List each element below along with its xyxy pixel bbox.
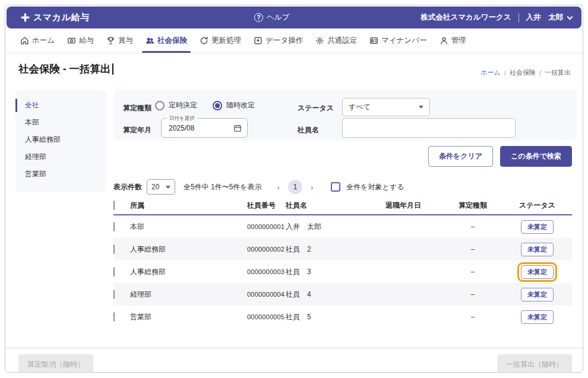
nav-item-bonus[interactable]: 賞与 bbox=[105, 28, 135, 53]
nav-label: 社会保険 bbox=[157, 36, 187, 46]
download-box-icon bbox=[254, 36, 263, 45]
cell-name: 社員 2 bbox=[286, 244, 385, 255]
cell-department: 経理部 bbox=[130, 290, 247, 300]
cell-name: 社員 4 bbox=[286, 290, 385, 300]
breadcrumb-home-link[interactable]: ホーム bbox=[480, 68, 501, 77]
cancel-calculation-button[interactable]: 算定取消（随時） bbox=[18, 354, 93, 373]
list-controls: 表示件数 20 全5件中 1件〜5件を表示 ‹ 1 › 全件を対象とする bbox=[113, 179, 404, 195]
help-icon bbox=[254, 13, 263, 22]
nav-item-social-insurance[interactable]: 社会保険 bbox=[144, 28, 189, 53]
row-checkbox[interactable] bbox=[113, 222, 115, 231]
app-logo[interactable]: スマカル給与 bbox=[21, 12, 89, 23]
nav-item-payroll[interactable]: 給与 bbox=[65, 28, 96, 53]
page-size-label: 表示件数 bbox=[113, 182, 142, 192]
select-all-checkbox[interactable] bbox=[331, 182, 340, 192]
cell-employee-no: 0000000003 bbox=[247, 268, 286, 275]
caret-down-icon bbox=[166, 186, 170, 189]
status-label: ステータス bbox=[298, 103, 334, 113]
breadcrumb: ホーム / 社会保険 / 一括算出 bbox=[480, 68, 571, 77]
page-size-select[interactable]: 20 bbox=[147, 179, 175, 195]
employee-name-input[interactable] bbox=[342, 118, 516, 138]
row-checkbox[interactable] bbox=[113, 312, 115, 322]
radio-regular-determination[interactable]: 定時決定 bbox=[155, 100, 197, 110]
cell-calc-type: – bbox=[443, 268, 502, 276]
logo-text: スマカル給与 bbox=[33, 12, 89, 23]
status-badge[interactable]: 未算定 bbox=[521, 243, 554, 256]
row-checkbox[interactable] bbox=[113, 267, 115, 277]
breadcrumb-current: 一括算出 bbox=[545, 68, 571, 77]
employee-name-label: 社員名 bbox=[298, 125, 319, 135]
breadcrumb-separator: / bbox=[539, 69, 541, 77]
topbar-right: 株式会社スマカルワークス 入井 太郎 bbox=[421, 12, 572, 23]
result-summary: 全5件中 1件〜5件を表示 bbox=[184, 182, 262, 192]
calc-month-date-field[interactable]: 日付を選択 2025/08 bbox=[161, 118, 248, 138]
app-window: スマカル給与 ヘルプ 株式会社スマカルワークス 入井 太郎 ホーム 給与 賞与 bbox=[5, 5, 583, 373]
table-row: 営業部 0000000005 社員 5 – 未算定 bbox=[113, 306, 572, 328]
calc-type-label: 算定種類 bbox=[123, 103, 151, 113]
table-row: 人事総務部 0000000002 社員 2 – 未算定 bbox=[113, 238, 572, 261]
page-number-1[interactable]: 1 bbox=[288, 180, 302, 194]
nav-item-settings[interactable]: 共通設定 bbox=[314, 28, 359, 53]
filter-actions: 条件をクリア この条件で検索 bbox=[428, 146, 572, 167]
nav-item-update[interactable]: 更新処理 bbox=[198, 28, 243, 53]
table-row: 本部 0000000001 入井 太郎 – 未算定 bbox=[113, 215, 572, 238]
cell-employee-no: 0000000004 bbox=[247, 291, 286, 298]
breadcrumb-section: 社会保険 bbox=[510, 68, 536, 77]
clear-conditions-button[interactable]: 条件をクリア bbox=[428, 146, 493, 167]
status-badge-highlighted[interactable]: 未算定 bbox=[521, 265, 554, 279]
user-menu[interactable]: 入井 太郎 bbox=[526, 12, 573, 23]
row-checkbox[interactable] bbox=[113, 290, 115, 299]
table-row-highlighted: 人事総務部 0000000003 社員 3 – 未算定 bbox=[113, 261, 572, 283]
status-badge[interactable]: 未算定 bbox=[521, 220, 554, 234]
highlight-ring: 未算定 bbox=[517, 262, 557, 282]
department-sidebar: 全社 本部 人事総務部 経理部 営業部 bbox=[15, 90, 106, 192]
date-field-floating-label: 日付を選択 bbox=[167, 115, 197, 122]
nav-label: 管理 bbox=[451, 36, 466, 46]
id-card-icon bbox=[369, 36, 378, 45]
col-header-calc-type: 算定種類 bbox=[443, 201, 502, 211]
sidebar-item-headquarters[interactable]: 本部 bbox=[15, 114, 106, 131]
sidebar-item-hr[interactable]: 人事総務部 bbox=[15, 131, 106, 148]
nav-item-mynumber[interactable]: マイナンバー bbox=[368, 28, 428, 53]
radio-occasional-revision[interactable]: 随時改定 bbox=[213, 100, 255, 110]
radio-label: 定時決定 bbox=[169, 100, 197, 110]
sidebar-item-accounting[interactable]: 経理部 bbox=[15, 148, 106, 166]
nav-label: 賞与 bbox=[118, 36, 133, 46]
nav-item-home[interactable]: ホーム bbox=[18, 28, 56, 53]
cell-name: 入井 太郎 bbox=[286, 222, 385, 232]
gear-icon bbox=[315, 36, 324, 45]
cell-employee-no: 0000000001 bbox=[247, 223, 286, 230]
nav-label: ホーム bbox=[32, 36, 55, 46]
status-select[interactable]: すべて bbox=[342, 98, 430, 116]
refresh-icon bbox=[200, 36, 208, 45]
page-title: 社会保険 - 一括算出 bbox=[18, 62, 113, 76]
prev-page-button[interactable]: ‹ bbox=[277, 183, 280, 192]
batch-calculate-button[interactable]: 一括算出（随時） bbox=[497, 354, 572, 373]
row-checkbox[interactable] bbox=[113, 244, 115, 254]
sidebar-item-sales[interactable]: 営業部 bbox=[15, 166, 106, 183]
nav-label: マイナンバー bbox=[381, 36, 426, 46]
help-button[interactable]: ヘルプ bbox=[254, 12, 289, 23]
cell-employee-no: 0000000005 bbox=[247, 313, 286, 320]
status-badge[interactable]: 未算定 bbox=[521, 310, 554, 324]
select-all-label: 全件を対象とする bbox=[346, 182, 404, 192]
cell-department: 本部 bbox=[130, 222, 247, 232]
cell-name: 社員 5 bbox=[286, 312, 385, 322]
status-select-value: すべて bbox=[349, 102, 371, 112]
user-name: 入井 太郎 bbox=[526, 12, 564, 23]
nav-item-data-ops[interactable]: データ操作 bbox=[252, 28, 305, 53]
nav-label: 更新処理 bbox=[211, 36, 241, 46]
pager: ‹ 1 › bbox=[277, 180, 314, 194]
nav-item-admin[interactable]: 管理 bbox=[438, 28, 468, 53]
search-button[interactable]: この条件で検索 bbox=[500, 146, 572, 167]
header-checkbox[interactable] bbox=[113, 201, 115, 210]
calc-type-radio-group: 定時決定 随時改定 bbox=[155, 100, 255, 110]
next-page-button[interactable]: › bbox=[311, 183, 313, 192]
col-header-status: ステータス bbox=[502, 201, 572, 211]
status-badge[interactable]: 未算定 bbox=[521, 288, 554, 301]
date-field-value: 2025/08 bbox=[169, 124, 194, 132]
col-header-retirement-date: 退職年月日 bbox=[385, 201, 443, 211]
sidebar-item-all-company[interactable]: 全社 bbox=[15, 97, 106, 114]
top-header-bar: スマカル給与 ヘルプ 株式会社スマカルワークス 入井 太郎 bbox=[7, 7, 581, 28]
chevron-down-icon bbox=[567, 14, 573, 20]
